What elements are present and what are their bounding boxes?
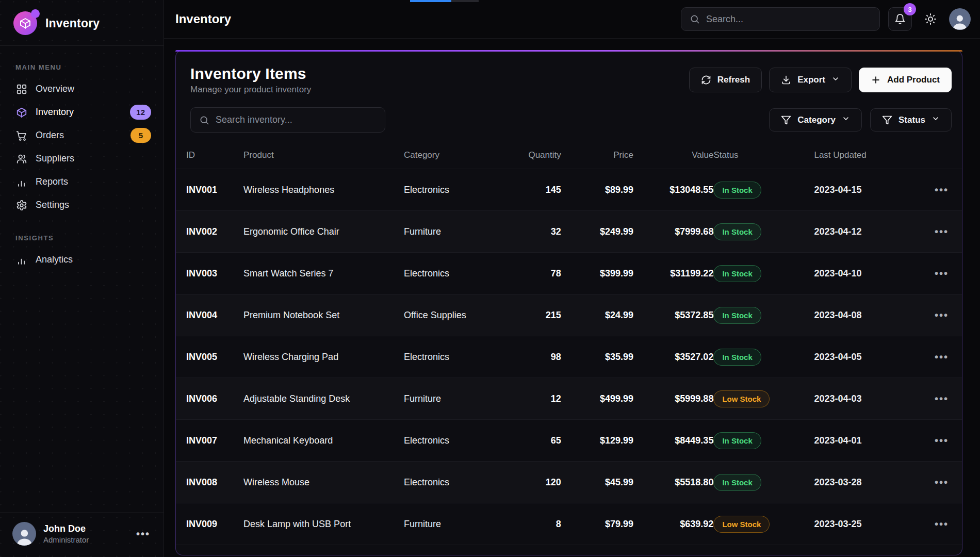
sidebar-item-settings[interactable]: Settings [0, 193, 164, 217]
cell-last-updated: 2023-04-15 [814, 169, 919, 211]
table-row[interactable]: INV007 Mechanical Keyboard Electronics 6… [176, 420, 962, 462]
sidebar-item-analytics[interactable]: Analytics [0, 248, 164, 271]
status-badge: In Stock [713, 349, 761, 366]
global-search [681, 7, 880, 31]
cell-price: $35.99 [561, 336, 633, 378]
cell-product: Premium Notebook Set [243, 294, 404, 336]
cell-price: $129.99 [561, 420, 633, 462]
cell-category: Furniture [404, 211, 508, 253]
row-actions-button[interactable]: ••• [935, 268, 949, 279]
cell-price: $45.99 [561, 462, 633, 503]
box-icon [15, 106, 28, 119]
cell-price: $249.99 [561, 211, 633, 253]
cell-product: Smart Watch Series 7 [243, 253, 404, 294]
page-title: Inventory [175, 12, 231, 26]
cell-value: $7999.68 [633, 211, 713, 253]
status-badge: In Stock [713, 474, 761, 491]
cell-status: In Stock [713, 420, 814, 462]
global-search-input[interactable] [706, 14, 871, 25]
row-actions-button[interactable]: ••• [935, 518, 949, 530]
status-badge: Low Stock [713, 516, 770, 533]
table-row[interactable]: INV001 Wireless Headphones Electronics 1… [176, 169, 962, 211]
cell-product: Ergonomic Office Chair [243, 211, 404, 253]
sidebar-section-label: MAIN MENU [15, 63, 164, 71]
brand-name: Inventory [45, 17, 100, 30]
cell-id: INV004 [176, 294, 243, 336]
row-actions-button[interactable]: ••• [935, 477, 949, 488]
sidebar-item-overview[interactable]: Overview [0, 77, 164, 101]
table-row[interactable]: INV008 Wireless Mouse Electronics 120 $4… [176, 462, 962, 503]
status-filter-button[interactable]: Status [870, 108, 952, 132]
filter-icon [882, 115, 892, 125]
cell-value: $5999.88 [633, 378, 713, 420]
category-filter-button[interactable]: Category [769, 108, 862, 132]
cell-id: INV007 [176, 420, 243, 462]
brand-logo [13, 11, 37, 35]
user-role: Administrator [43, 535, 89, 544]
sidebar-item-orders[interactable]: Orders 5 [0, 124, 164, 147]
table-row[interactable]: INV003 Smart Watch Series 7 Electronics … [176, 253, 962, 294]
refresh-button[interactable]: Refresh [689, 68, 762, 92]
inventory-table: IDProductCategoryQuantityPriceValueStatu… [176, 143, 962, 545]
cell-status: In Stock [713, 336, 814, 378]
panel-subtitle: Manage your product inventory [190, 85, 311, 95]
table-row[interactable]: INV002 Ergonomic Office Chair Furniture … [176, 211, 962, 253]
row-actions-button[interactable]: ••• [935, 309, 949, 321]
app-root: Inventory MAIN MENU Overview Inventory 1… [0, 0, 980, 557]
table-row[interactable]: INV006 Adjustable Standing Desk Furnitur… [176, 378, 962, 420]
cell-category: Furniture [404, 503, 508, 545]
sidebar-nav: MAIN MENU Overview Inventory 12 Orders 5… [0, 46, 164, 512]
cell-status: In Stock [713, 294, 814, 336]
search-icon [690, 14, 700, 24]
refresh-icon [701, 75, 711, 85]
status-filter-label: Status [899, 115, 925, 125]
row-actions-button[interactable]: ••• [935, 184, 949, 195]
sidebar-item-suppliers[interactable]: Suppliers [0, 147, 164, 170]
cell-quantity: 12 [508, 378, 561, 420]
top-header: Inventory 3 [164, 0, 980, 39]
row-actions-button[interactable]: ••• [935, 351, 949, 363]
cart-icon [15, 129, 28, 142]
status-badge: In Stock [713, 307, 761, 324]
theme-toggle-button[interactable] [920, 9, 941, 29]
brand[interactable]: Inventory [0, 0, 164, 46]
user-name: John Doe [43, 523, 89, 534]
add-product-button[interactable]: Add Product [859, 68, 952, 92]
column-header-quantity: Quantity [508, 143, 561, 169]
cell-last-updated: 2023-04-03 [814, 378, 919, 420]
table-row[interactable]: INV004 Premium Notebook Set Office Suppl… [176, 294, 962, 336]
cell-category: Electronics [404, 169, 508, 211]
cell-id: INV003 [176, 253, 243, 294]
inventory-search-input[interactable] [216, 114, 377, 125]
cell-id: INV001 [176, 169, 243, 211]
cell-value: $5372.85 [633, 294, 713, 336]
cell-category: Office Supplies [404, 294, 508, 336]
cell-value: $639.92 [633, 503, 713, 545]
sidebar-item-inventory[interactable]: Inventory 12 [0, 101, 164, 124]
refresh-label: Refresh [717, 75, 750, 85]
row-actions-button[interactable]: ••• [935, 226, 949, 237]
notifications-button[interactable]: 3 [888, 7, 912, 31]
user-profile[interactable]: John Doe Administrator ••• [0, 512, 164, 557]
cell-quantity: 65 [508, 420, 561, 462]
cell-id: INV002 [176, 211, 243, 253]
status-badge: In Stock [713, 432, 761, 449]
sidebar: Inventory MAIN MENU Overview Inventory 1… [0, 0, 164, 557]
gear-icon [15, 199, 28, 211]
table-row[interactable]: INV005 Wireless Charging Pad Electronics… [176, 336, 962, 378]
row-actions-button[interactable]: ••• [935, 435, 949, 446]
cell-id: INV005 [176, 336, 243, 378]
chevron-down-icon [932, 114, 940, 125]
header-avatar[interactable] [949, 8, 971, 30]
cell-category: Electronics [404, 420, 508, 462]
cell-quantity: 78 [508, 253, 561, 294]
export-button[interactable]: Export [769, 68, 852, 92]
box-icon [19, 17, 31, 29]
row-actions-button[interactable]: ••• [935, 393, 949, 404]
filter-icon [781, 115, 791, 125]
cell-price: $24.99 [561, 294, 633, 336]
sidebar-item-reports[interactable]: Reports [0, 170, 164, 193]
user-menu-button[interactable]: ••• [136, 528, 150, 540]
table-row[interactable]: INV009 Desk Lamp with USB Port Furniture… [176, 503, 962, 545]
cell-last-updated: 2023-03-25 [814, 503, 919, 545]
